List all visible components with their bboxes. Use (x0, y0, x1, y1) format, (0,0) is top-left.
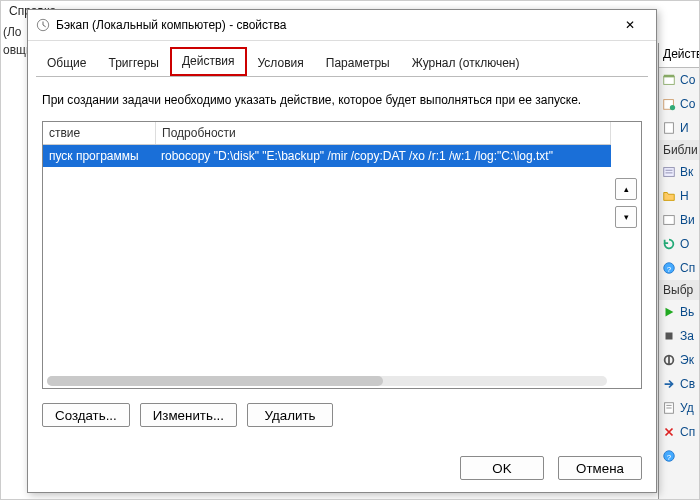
task-new-icon (662, 97, 676, 111)
action-label: Вк (680, 165, 693, 179)
action-label: Св (680, 377, 695, 391)
delete-action-button[interactable]: Удалить (247, 403, 333, 427)
svg-text:?: ? (667, 453, 672, 462)
horizontal-scrollbar[interactable] (47, 376, 607, 386)
tab-actions[interactable]: Действия (170, 47, 247, 76)
action-disable[interactable]: Эк (659, 348, 699, 372)
svg-rect-0 (664, 77, 675, 85)
action-label: О (680, 237, 689, 251)
action-help-1[interactable]: ? Сп (659, 256, 699, 280)
action-delete[interactable]: Сп (659, 420, 699, 444)
cell-details: robocopy "D:\disk" "E:\backup" /mir /cop… (155, 145, 611, 167)
side-subheader-library: Библи (659, 140, 699, 160)
svg-text:?: ? (667, 265, 672, 274)
action-create-basic[interactable]: Со (659, 68, 699, 92)
scrollbar-thumb[interactable] (47, 376, 383, 386)
tab-triggers[interactable]: Триггеры (97, 50, 170, 76)
delete-icon (662, 425, 676, 439)
svg-rect-5 (664, 168, 675, 177)
stop-icon (662, 329, 676, 343)
action-label: Н (680, 189, 689, 203)
new-action-button[interactable]: Создать... (42, 403, 130, 427)
tab-conditions[interactable]: Условия (247, 50, 315, 76)
actions-list-container: ствие Подробности пуск программы robocop… (42, 121, 642, 389)
play-icon (662, 305, 676, 319)
cancel-button[interactable]: Отмена (558, 456, 642, 480)
actions-pane-header: Действ (659, 43, 699, 68)
refresh-icon (662, 237, 676, 251)
action-export[interactable]: Св (659, 372, 699, 396)
action-label: Ви (680, 213, 695, 227)
titlebar[interactable]: Бэкап (Локальный компьютер) - свойства ✕ (28, 10, 656, 41)
action-properties[interactable]: Уд (659, 396, 699, 420)
action-new-folder[interactable]: Н (659, 184, 699, 208)
svg-rect-11 (666, 333, 673, 340)
properties-icon (662, 401, 676, 415)
action-label: Эк (680, 353, 694, 367)
action-refresh[interactable]: О (659, 232, 699, 256)
help-icon: ? (662, 449, 676, 463)
actions-pane: Действ Со Со И Библи Вк Н Ви О (658, 43, 699, 499)
import-icon (662, 121, 676, 135)
help-icon: ? (662, 261, 676, 275)
action-label: И (680, 121, 689, 135)
action-help-2[interactable]: ? (659, 444, 699, 468)
action-label: Сп (680, 261, 695, 275)
col-action[interactable]: ствие (43, 122, 156, 144)
action-label: Со (680, 97, 695, 111)
bg-left-text-2: овщи (3, 43, 28, 61)
side-subheader-selected: Выбр (659, 280, 699, 300)
task-properties-dialog: Бэкап (Локальный компьютер) - свойства ✕… (27, 9, 657, 493)
move-down-button[interactable]: ▾ (615, 206, 637, 228)
action-label: Сп (680, 425, 695, 439)
tab-general[interactable]: Общие (36, 50, 97, 76)
folder-icon (662, 189, 676, 203)
list-row-selected[interactable]: пуск программы robocopy "D:\disk" "E:\ba… (43, 145, 611, 167)
col-details[interactable]: Подробности (156, 122, 611, 144)
action-label: Со (680, 73, 695, 87)
move-up-button[interactable]: ▴ (615, 178, 637, 200)
tab-strip: Общие Триггеры Действия Условия Параметр… (28, 41, 656, 76)
cell-action: пуск программы (43, 145, 155, 167)
list-header: ствие Подробности (43, 122, 611, 145)
clock-icon (36, 18, 50, 32)
export-icon (662, 377, 676, 391)
close-icon: ✕ (625, 18, 635, 32)
svg-point-3 (670, 105, 675, 110)
disable-icon (662, 353, 676, 367)
action-label: Уд (680, 401, 694, 415)
action-import[interactable]: И (659, 116, 699, 140)
action-end[interactable]: За (659, 324, 699, 348)
tab-description: При создании задачи необходимо указать д… (42, 93, 642, 107)
action-create-task[interactable]: Со (659, 92, 699, 116)
task-icon (662, 73, 676, 87)
bg-left-text-1: (Ло (3, 25, 28, 43)
action-label: За (680, 329, 694, 343)
ok-button[interactable]: OK (460, 456, 544, 480)
history-icon (662, 165, 676, 179)
action-run[interactable]: Вь (659, 300, 699, 324)
svg-rect-4 (665, 123, 674, 134)
tab-settings[interactable]: Параметры (315, 50, 401, 76)
close-button[interactable]: ✕ (612, 13, 648, 37)
action-enable-history[interactable]: Вк (659, 160, 699, 184)
action-view[interactable]: Ви (659, 208, 699, 232)
tab-history[interactable]: Журнал (отключен) (401, 50, 531, 76)
view-icon (662, 213, 676, 227)
dialog-title: Бэкап (Локальный компьютер) - свойства (56, 18, 612, 32)
actions-list[interactable]: ствие Подробности пуск программы robocop… (43, 122, 611, 388)
edit-action-button[interactable]: Изменить... (140, 403, 237, 427)
action-label: Вь (680, 305, 694, 319)
svg-rect-1 (664, 75, 675, 78)
svg-rect-8 (664, 216, 675, 225)
